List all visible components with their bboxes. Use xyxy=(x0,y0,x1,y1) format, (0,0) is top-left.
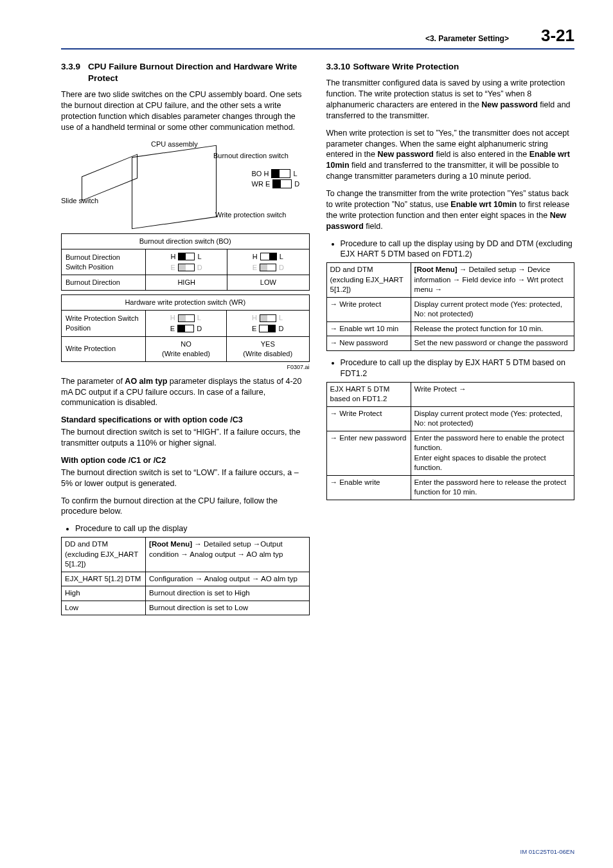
page-number: 3-21 xyxy=(541,26,574,46)
procedure-table-3: EJX HART 5 DTM based on FDT1.2 Write Pro… xyxy=(326,382,575,500)
t2-r3b: Enter the password here to enable the pr… xyxy=(411,431,574,475)
label-slide-switch: Slide switch xyxy=(61,196,98,206)
header-crumb: <3. Parameter Setting> xyxy=(425,34,509,43)
std-spec-head: Standard specifications or with option c… xyxy=(61,415,310,426)
p1-r3a: High xyxy=(62,586,146,601)
std-spec-body: The burnout direction switch is set to “… xyxy=(61,427,310,449)
opt-code-body: The burnout direction switch is set to “… xyxy=(61,467,310,489)
label-d: D xyxy=(294,179,299,189)
intro-paragraph: There are two slide switches on the CPU … xyxy=(61,89,310,133)
label-wr-e: WR E xyxy=(252,179,271,189)
bo-table-title: Burnout direction switch (BO) xyxy=(62,233,310,249)
write-protect-switch-table: Hardware write protection switch (WR) Wr… xyxy=(61,294,310,361)
t1-r1a: DD and DTM (excluding EJX_HART 5[1.2]) xyxy=(326,263,411,298)
p1-r1a: DD and DTM (excluding EJX_HART 5[1.2]) xyxy=(62,538,146,572)
right-p1: The transmitter configured data is saved… xyxy=(326,78,575,122)
bullet-list-3: Procedure to call up the display by EJX … xyxy=(326,357,575,379)
pcb-shape xyxy=(132,145,217,230)
procedure-table-1: DD and DTM (excluding EJX_HART 5[1.2]) [… xyxy=(61,537,310,615)
right-p3: To change the transmitter from the write… xyxy=(326,188,575,232)
t2-r1a: EJX HART 5 DTM based on FDT1.2 xyxy=(326,382,411,406)
bullet-item: Procedure to call up the display using b… xyxy=(341,239,575,260)
t1-r2a: → Write protect xyxy=(326,297,411,321)
procedure-table-2: DD and DTM (excluding EJX_HART 5[1.2]) [… xyxy=(326,262,575,351)
bo-pos-high: HL ED xyxy=(146,249,227,275)
t1-r3a: → Enable wrt 10 min xyxy=(326,321,411,336)
slide-switch-shape xyxy=(82,154,138,201)
bo-pos-low: HL ED xyxy=(227,249,309,275)
section-title: Software Write Protection xyxy=(353,61,459,73)
figure-caption: F0307.ai xyxy=(61,363,310,371)
bullet-list-1: Procedure to call up the display xyxy=(61,523,310,534)
t2-r1b: Write Protect → xyxy=(411,382,574,406)
t1-r4a: → New password xyxy=(326,336,411,351)
bo-row2-label: Burnout Direction xyxy=(62,275,146,291)
bullet-item: Procedure to call up the display xyxy=(75,523,310,534)
burnout-switch-table: Burnout direction switch (BO) Burnout Di… xyxy=(61,233,310,291)
section-number: 3.3.9 xyxy=(61,61,88,84)
opt-code-head: With option code /C1 or /C2 xyxy=(61,455,310,466)
right-p2: When write protection is set to ”Yes,” t… xyxy=(326,128,575,182)
t1-r3b: Release the protect function for 10 min. xyxy=(411,321,574,336)
label-l: L xyxy=(293,169,297,179)
p1-r4b: Burnout direction is set to Low xyxy=(146,601,309,615)
wr-pos-yes: HL ED xyxy=(226,311,309,337)
left-column: 3.3.9 CPU Failure Burnout Direction and … xyxy=(61,59,310,622)
label-burnout-switch: Burnout direction switch xyxy=(213,151,289,161)
footer-docid: IM 01C25T01-06EN xyxy=(520,848,574,855)
t2-r4b: Enter the password here to release the p… xyxy=(411,475,574,500)
t2-r4a: → Enable write xyxy=(326,475,411,500)
label-bo-h: BO H xyxy=(252,169,269,179)
t2-r2a: → Write Protect xyxy=(326,406,411,431)
wr-pos-no: HL ED xyxy=(146,311,227,337)
confirm-paragraph: To confirm the burnout direction at the … xyxy=(61,496,310,518)
bo-high: HIGH xyxy=(146,275,227,291)
bullet-list-2: Procedure to call up the display using b… xyxy=(326,239,575,260)
section-3-3-10-heading: 3.3.10 Software Write Protection xyxy=(326,61,575,73)
wr-row2-label: Write Protection xyxy=(62,336,146,361)
wr-no: NO(Write enabled) xyxy=(146,336,227,361)
p1-r2a: EJX_HART 5[1.2] DTM xyxy=(62,572,146,586)
ao-paragraph: The parameter of AO alm typ parameter di… xyxy=(61,376,310,409)
section-title: CPU Failure Burnout Direction and Hardwa… xyxy=(88,61,310,84)
bullet-item: Procedure to call up the display by EJX … xyxy=(341,357,575,379)
wr-table-title: Hardware write protection switch (WR) xyxy=(62,295,310,311)
wr-yes: YES(Write disabled) xyxy=(226,336,309,361)
t1-r1b: [Root Menu] → Detailed setup → Device in… xyxy=(411,263,574,298)
p1-r4a: Low xyxy=(62,601,146,615)
page: <3. Parameter Setting> 3-21 3.3.9 CPU Fa… xyxy=(0,0,613,868)
t2-r2b: Display current protect mode (Yes: prote… xyxy=(411,406,574,431)
p1-r2b: Configuration → Analog output → AO alm t… xyxy=(146,572,309,586)
right-column: 3.3.10 Software Write Protection The tra… xyxy=(326,59,575,622)
page-header: <3. Parameter Setting> 3-21 xyxy=(61,26,574,50)
label-write-switch: Write protection switch xyxy=(215,210,286,220)
label-cpu-assembly: CPU assembly xyxy=(151,140,198,149)
bo-row1-label: Burnout Direction Switch Position xyxy=(62,249,146,275)
wr-row1-label: Write Protection Switch Position xyxy=(62,311,146,337)
t1-r4b: Set the new password or change the passw… xyxy=(411,336,574,351)
bo-low: LOW xyxy=(227,275,309,291)
p1-r3b: Burnout direction is set to High xyxy=(146,586,309,601)
cpu-assembly-diagram: CPU assembly Slide switch Burnout direct… xyxy=(61,140,310,230)
t2-r3a: → Enter new password xyxy=(326,431,411,475)
columns: 3.3.9 CPU Failure Burnout Direction and … xyxy=(61,59,574,622)
p1-r1b: [Root Menu] → Detailed setup →Output con… xyxy=(146,538,309,572)
section-3-3-9-heading: 3.3.9 CPU Failure Burnout Direction and … xyxy=(61,61,310,84)
switch-box: BO HL WR ED xyxy=(252,168,303,190)
section-number: 3.3.10 xyxy=(326,61,353,73)
t1-r2b: Display current protect mode (Yes: prote… xyxy=(411,297,574,321)
